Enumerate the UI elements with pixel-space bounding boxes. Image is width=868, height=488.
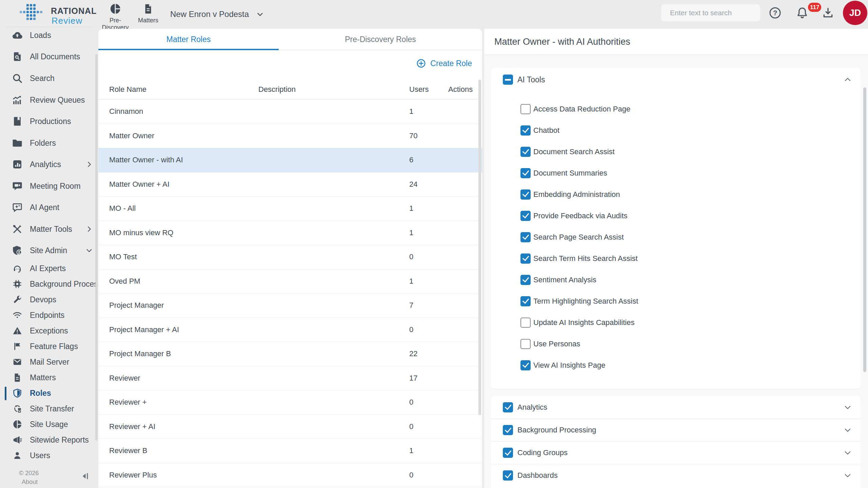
wrench-icon [12, 294, 22, 305]
authority-item[interactable]: Document Summaries [491, 162, 861, 184]
search-icon [12, 73, 23, 84]
checkbox[interactable] [520, 232, 531, 242]
topnav-matters[interactable]: Matters [130, 3, 167, 24]
sidebar-collapse-button[interactable] [81, 471, 92, 481]
chevron-down-icon[interactable] [844, 426, 852, 434]
matter-selector-value: New Enron v Podesta [170, 9, 249, 19]
folder-icon [12, 137, 23, 149]
table-row[interactable]: Project Manager + AI0 [98, 318, 482, 342]
chevron-down-icon[interactable] [844, 403, 852, 411]
ai-agent-icon [12, 202, 23, 213]
review-queues-icon [12, 94, 23, 106]
checkbox[interactable] [520, 296, 531, 306]
tab-matter-roles[interactable]: Matter Roles [98, 29, 279, 50]
table-row-selected[interactable]: Matter Owner - with AI6 [98, 148, 482, 172]
brand-name-bottom: Review [52, 16, 82, 26]
checkbox[interactable] [520, 318, 531, 328]
notification-badge: 117 [808, 3, 821, 12]
table-row[interactable]: Reviewer +0 [98, 390, 482, 415]
authority-item[interactable]: Sentiment Analysis [491, 269, 861, 290]
checkbox[interactable] [520, 360, 531, 370]
table-row[interactable]: Reviewer B1 [98, 439, 482, 463]
authority-item[interactable]: Search Term Hits Search Assist [491, 248, 861, 269]
table-row[interactable]: Matter Owner70 [98, 124, 482, 148]
create-role-button[interactable]: Create Role [416, 57, 472, 70]
authority-item[interactable]: Term Highlighting Search Assist [491, 290, 861, 312]
checkbox[interactable] [520, 275, 531, 285]
authority-item[interactable]: View AI Insights Page [491, 354, 861, 376]
authority-item[interactable]: Update AI Insights Capabilities [491, 312, 861, 333]
authority-item[interactable]: Provide Feedback via Audits [491, 205, 861, 226]
table-row[interactable]: Matter Owner + AI24 [98, 172, 482, 197]
group-checkbox[interactable] [503, 425, 513, 435]
table-row[interactable]: Reviewer + AI0 [98, 415, 482, 439]
checkbox[interactable] [520, 339, 531, 349]
group-checkbox[interactable] [503, 448, 513, 458]
about-link[interactable]: About [19, 477, 39, 486]
panel-scrollbar[interactable] [863, 87, 866, 372]
site-admin-icon [12, 245, 23, 256]
group-header-background-processing[interactable]: Background Processing [491, 419, 861, 441]
checkbox[interactable] [520, 147, 531, 157]
group-header-coding-groups[interactable]: Coding Groups [491, 441, 861, 464]
group-header-analytics[interactable]: Analytics [491, 396, 861, 419]
column-role-name: Role Name [109, 79, 146, 100]
table-row[interactable]: Reviewer17 [98, 366, 482, 391]
authority-items-list: Access Data Reduction Page Chatbot Docum… [491, 98, 861, 376]
table-row[interactable]: Cinnamon1 [98, 100, 482, 124]
group-checkbox[interactable] [503, 75, 513, 85]
matter-selector-dropdown[interactable]: New Enron v Podesta [170, 7, 264, 21]
search-input[interactable] [661, 4, 760, 21]
checkbox[interactable] [520, 189, 531, 200]
table-scrollbar[interactable] [478, 80, 481, 415]
authority-groups-list: Analytics Background Processing Coding G… [491, 396, 861, 488]
roles-panel: Matter Roles Pre-Discovery Roles Create … [98, 29, 482, 488]
table-row[interactable]: Project Manager7 [98, 293, 482, 318]
column-users: Users [409, 79, 429, 100]
chevron-down-icon[interactable] [844, 449, 852, 457]
authority-item[interactable]: Search Page Search Assist [491, 226, 861, 248]
help-button[interactable]: ? [768, 6, 783, 21]
sidebar-footer: © 2026 About [19, 469, 39, 486]
user-avatar[interactable]: JD [843, 1, 867, 25]
checkbox[interactable] [520, 253, 531, 264]
envelope-icon [12, 357, 22, 367]
checkbox[interactable] [520, 125, 531, 136]
pie-chart-icon [12, 419, 22, 429]
checkbox[interactable] [520, 104, 531, 114]
table-row[interactable]: MO Test0 [98, 245, 482, 269]
sidebar-divider [5, 27, 92, 27]
table-row[interactable]: MO minus view RQ1 [98, 221, 482, 245]
table-row[interactable]: Project Manager B22 [98, 342, 482, 366]
active-tab-indicator [98, 49, 279, 50]
authority-item[interactable]: Access Data Reduction Page [491, 98, 861, 120]
chevron-up-icon[interactable] [844, 76, 852, 84]
document-search-icon [12, 51, 23, 62]
brand-name-top: RATIONAL [51, 6, 97, 16]
group-checkbox[interactable] [503, 402, 513, 412]
table-row[interactable]: Reviewer Plus0 [98, 463, 482, 488]
table-row[interactable]: MO - All1 [98, 197, 482, 221]
chevron-down-icon[interactable] [844, 471, 852, 480]
group-header-ai-tools[interactable]: AI Tools [491, 68, 861, 92]
topnav-pre-discovery[interactable]: Pre-Discovery [97, 3, 134, 31]
tab-pre-discovery-roles[interactable]: Pre-Discovery Roles [279, 29, 482, 50]
authority-item[interactable]: Use Personas [491, 333, 861, 354]
table-row[interactable]: Oved PM1 [98, 269, 482, 294]
download-button[interactable] [821, 6, 836, 21]
brand-logo[interactable]: RATIONAL Review [18, 3, 96, 25]
wifi-icon [12, 310, 22, 320]
authority-item[interactable]: Document Search Assist [491, 141, 861, 162]
checkbox[interactable] [520, 211, 531, 221]
chevron-right-icon [85, 161, 93, 168]
group-checkbox[interactable] [503, 470, 513, 481]
column-description: Description [258, 79, 296, 100]
column-actions: Actions [448, 79, 473, 100]
group-header-dashboards[interactable]: Dashboards [491, 464, 861, 487]
sidebar-scrollbar[interactable] [95, 54, 98, 441]
checkbox[interactable] [520, 168, 531, 178]
authority-item[interactable]: Embedding Administration [491, 184, 861, 205]
authorities-title: Matter Owner - with AI Authorities [494, 29, 630, 55]
warning-icon [12, 326, 22, 336]
authority-item[interactable]: Chatbot [491, 120, 861, 141]
